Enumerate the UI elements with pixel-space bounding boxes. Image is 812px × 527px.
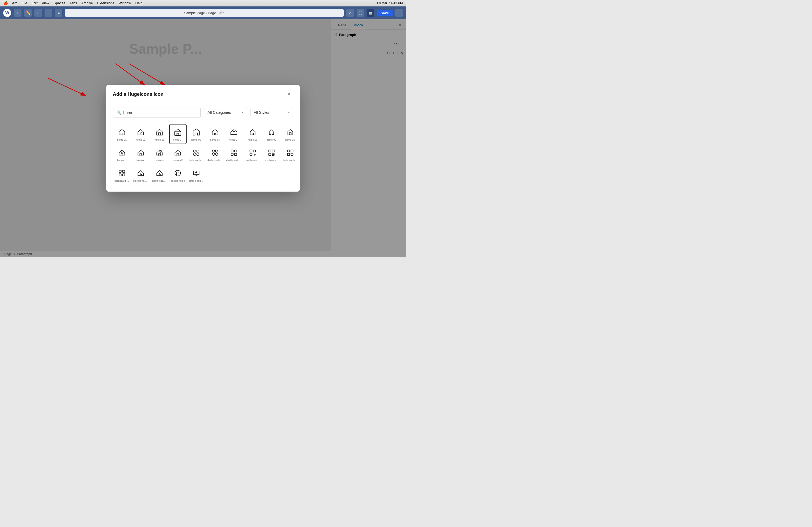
styles-arrow: ▾ bbox=[288, 110, 290, 114]
add-hugeicons-modal: Add a Hugeicons Icon × 🔍 All Categories … bbox=[106, 85, 300, 192]
icon-label-home-10: home-10 bbox=[286, 138, 295, 141]
icon-item-home-01[interactable]: home-01 bbox=[113, 124, 131, 144]
icon-svg-home-01 bbox=[117, 127, 127, 137]
icon-item-home-04[interactable]: home-04 bbox=[169, 124, 187, 144]
icon-item-home-08[interactable]: home-08 bbox=[244, 124, 262, 144]
icon-svg-home-02 bbox=[136, 127, 146, 137]
icon-item-screen-add-to[interactable]: screen-add-to... bbox=[187, 165, 205, 185]
apple-logo: 🍎 bbox=[3, 1, 8, 5]
icon-label-home-05: home-05 bbox=[191, 138, 201, 141]
icon-item-home-09[interactable]: home-09 bbox=[262, 124, 280, 144]
clock: Fri Mar 7 4:43 PM bbox=[377, 1, 403, 5]
icon-item-home-06[interactable]: home-06 bbox=[206, 124, 224, 144]
icon-label-dashboard-cir-1: dashboard-cir... bbox=[189, 159, 204, 162]
icon-item-dashboard-cir-1[interactable]: dashboard-cir... bbox=[187, 145, 205, 165]
icon-item-dashboard-cir-2[interactable]: dashboard-cir... bbox=[206, 145, 224, 165]
address-bar[interactable]: Sample Page · Page ⌘K bbox=[65, 9, 344, 17]
forward-button[interactable]: → bbox=[45, 9, 52, 17]
icon-label-home-01: home-01 bbox=[117, 138, 127, 141]
back-button[interactable]: ← bbox=[34, 9, 42, 17]
svg-line-40 bbox=[129, 64, 165, 85]
icon-svg-dashboard-sq-2 bbox=[248, 148, 258, 157]
menu-extensions[interactable]: Extensions bbox=[97, 1, 114, 5]
modal-controls: 🔍 All Categories ▾ All Styles ▾ bbox=[106, 103, 300, 122]
svg-rect-4 bbox=[252, 133, 253, 135]
sidebar-toggle-button[interactable]: ▤ bbox=[367, 9, 374, 17]
icon-svg-dashboard-cir-1 bbox=[191, 148, 201, 157]
main-area: Sample P... Page Block ✕ ¶ Paragraph XXL… bbox=[0, 19, 406, 257]
icon-item-home-05[interactable]: home-05 bbox=[187, 124, 205, 144]
icon-item-dashboard-sq-1[interactable]: dashboard-sq... bbox=[225, 145, 243, 165]
icon-item-home-07[interactable]: home-07 bbox=[225, 124, 243, 144]
svg-rect-22 bbox=[250, 153, 252, 155]
more-options-button[interactable]: ⋮ bbox=[395, 9, 403, 17]
icon-item-dashboard-sq-2[interactable]: dashboard-sq... bbox=[244, 145, 262, 165]
icon-svg-home-04 bbox=[173, 127, 183, 137]
icon-item-dashboard-sq-5[interactable]: dashboard-sq... bbox=[113, 165, 131, 185]
categories-label: All Categories bbox=[207, 110, 231, 115]
fullscreen-button[interactable]: ⛶ bbox=[357, 9, 364, 17]
icon-item-home-03[interactable]: home-03 bbox=[150, 124, 169, 144]
icon-item-home-wifi[interactable]: home-wifi bbox=[169, 145, 187, 165]
menu-help[interactable]: Help bbox=[135, 1, 143, 5]
icon-item-electric-home-1[interactable]: electric-home-... bbox=[132, 165, 150, 185]
svg-rect-5 bbox=[289, 133, 291, 135]
svg-rect-30 bbox=[287, 153, 289, 155]
icon-item-home-02[interactable]: home-02 bbox=[132, 124, 150, 144]
icon-svg-electric-home-2 bbox=[155, 168, 164, 178]
icon-svg-home-07 bbox=[229, 127, 239, 137]
menu-archive[interactable]: Archive bbox=[81, 1, 93, 5]
svg-rect-33 bbox=[122, 170, 125, 172]
edit-button[interactable]: ✏️ bbox=[24, 9, 32, 17]
categories-dropdown[interactable]: All Categories ▾ bbox=[204, 108, 247, 117]
menu-edit[interactable]: Edit bbox=[31, 1, 37, 5]
menu-window[interactable]: Window bbox=[119, 1, 131, 5]
icon-item-home-13[interactable]: home-13 bbox=[150, 145, 169, 165]
menu-file[interactable]: File bbox=[22, 1, 27, 5]
icon-label-dashboard-sq-2: dashboard-sq... bbox=[245, 159, 260, 162]
icon-svg-google-home bbox=[173, 168, 183, 178]
search-icon: 🔍 bbox=[117, 110, 121, 115]
icon-item-home-11[interactable]: home-11 bbox=[113, 145, 131, 165]
icon-svg-dashboard-sq-4 bbox=[286, 148, 295, 157]
modal-title: Add a Hugeicons Icon bbox=[113, 91, 163, 97]
icon-item-dashboard-sq-3[interactable]: dashboard-sq... bbox=[262, 145, 280, 165]
search-input[interactable] bbox=[123, 110, 197, 115]
wordpress-logo: W bbox=[3, 9, 11, 17]
svg-point-8 bbox=[193, 150, 196, 152]
icon-label-dashboard-sq-3: dashboard-sq... bbox=[264, 159, 279, 162]
external-link-button[interactable]: ↗ bbox=[346, 9, 354, 17]
icon-svg-home-wifi bbox=[173, 148, 183, 157]
menu-spaces[interactable]: Spaces bbox=[54, 1, 65, 5]
icon-item-dashboard-sq-4[interactable]: dashboard-sq... bbox=[281, 145, 300, 165]
browser-toolbar: W + ✏️ ← → ≡ Sample Page · Page ⌘K ↗ ⛶ ▤… bbox=[0, 6, 406, 19]
menu-arc[interactable]: Arc bbox=[12, 1, 17, 5]
icon-item-home-12[interactable]: home-12 bbox=[132, 145, 150, 165]
icon-item-electric-home-2[interactable]: electric-home-... bbox=[150, 165, 169, 185]
list-button[interactable]: ≡ bbox=[55, 9, 62, 17]
menu-view[interactable]: View bbox=[42, 1, 49, 5]
new-tab-button[interactable]: + bbox=[14, 9, 21, 17]
icon-item-google-home[interactable]: google-home bbox=[169, 165, 187, 185]
icon-item-home-10[interactable]: home-10 bbox=[281, 124, 300, 144]
icon-label-google-home: google-home bbox=[171, 180, 185, 182]
search-box: 🔍 bbox=[113, 108, 201, 118]
page-title: Sample Page · Page bbox=[184, 11, 216, 15]
styles-dropdown[interactable]: All Styles ▾ bbox=[250, 108, 293, 117]
menu-tabs[interactable]: Tabs bbox=[70, 1, 77, 5]
icon-svg-home-06 bbox=[210, 127, 220, 137]
icon-label-dashboard-sq-1: dashboard-sq... bbox=[226, 159, 242, 162]
icons-grid: home-01home-02home-03home-04home-05home-… bbox=[106, 122, 300, 192]
icon-label-home-11: home-11 bbox=[117, 159, 127, 162]
icon-label-home-13: home-13 bbox=[155, 159, 164, 162]
modal-close-button[interactable]: × bbox=[285, 90, 293, 99]
save-button[interactable]: Save bbox=[377, 10, 393, 16]
svg-rect-19 bbox=[234, 153, 236, 155]
icon-label-home-07: home-07 bbox=[229, 138, 239, 141]
svg-point-0 bbox=[140, 132, 142, 133]
svg-rect-18 bbox=[231, 153, 233, 155]
icon-svg-electric-home-1 bbox=[136, 168, 146, 178]
icon-label-home-02: home-02 bbox=[136, 138, 146, 141]
modal-overlay[interactable]: Add a Hugeicons Icon × 🔍 All Categories … bbox=[0, 19, 406, 257]
icon-svg-home-05 bbox=[191, 127, 201, 137]
